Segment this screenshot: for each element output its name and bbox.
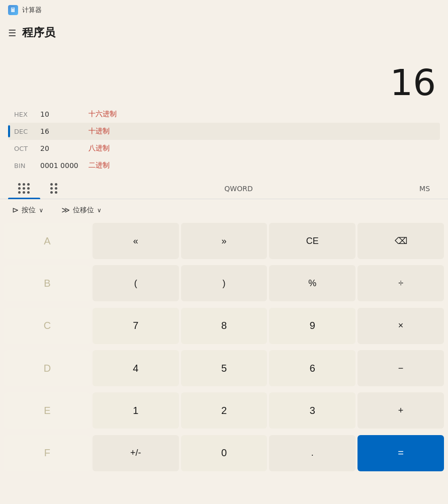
oct-label: OCT — [14, 145, 32, 152]
key-8[interactable]: 8 — [181, 308, 267, 344]
key-B[interactable]: B — [4, 265, 91, 301]
base-display: HEX 10 十六进制 DEC 16 十进制 OCT 20 八进制 BIN 00… — [0, 106, 448, 174]
menu-icon[interactable]: ☰ — [8, 28, 16, 38]
key-shift-left[interactable]: « — [93, 223, 179, 259]
app-icon: 🖩 — [8, 5, 18, 15]
bitwise-icon: ⊳ — [12, 205, 19, 215]
key-add[interactable]: + — [357, 392, 444, 429]
bin-label: BIN — [14, 162, 32, 170]
key-E[interactable]: E — [4, 392, 91, 429]
key-subtract[interactable]: − — [357, 350, 444, 386]
bin-row[interactable]: BIN 0001 0000 二进制 — [8, 157, 440, 174]
bitwise-chevron: ∨ — [39, 207, 43, 214]
key-9[interactable]: 9 — [269, 308, 355, 344]
hex-value: 10 — [40, 110, 80, 118]
keypad-row-4: D 4 5 6 − — [4, 350, 444, 390]
keypad: A « » CE ⌫ B ( ) % ÷ C 7 8 9 × D 4 5 6 −… — [0, 221, 448, 477]
display-area: 16 — [0, 45, 448, 106]
hex-row[interactable]: HEX 10 十六进制 — [8, 106, 440, 123]
key-CE[interactable]: CE — [269, 223, 355, 259]
keypad-row-1: A « » CE ⌫ — [4, 223, 444, 263]
header: ☰ 程序员 — [0, 20, 448, 45]
key-6[interactable]: 6 — [269, 350, 355, 386]
key-dot[interactable]: . — [269, 435, 355, 471]
key-equals[interactable]: = — [357, 435, 444, 471]
shift-icon: ≫ — [61, 205, 70, 215]
keypad-row-3: C 7 8 9 × — [4, 308, 444, 348]
key-D[interactable]: D — [4, 350, 91, 386]
key-3[interactable]: 3 — [269, 392, 355, 429]
tab-ms[interactable]: MS — [409, 180, 440, 198]
oct-value: 20 — [40, 144, 80, 152]
app-title: 程序员 — [22, 25, 55, 40]
bitwise-option[interactable]: ⊳ 按位 ∨ — [8, 203, 47, 217]
shift-chevron: ∨ — [97, 207, 102, 214]
key-divide[interactable]: ÷ — [357, 265, 444, 301]
tab-dots[interactable] — [40, 178, 68, 199]
key-F[interactable]: F — [4, 435, 91, 471]
key-7[interactable]: 7 — [93, 308, 179, 344]
key-2[interactable]: 2 — [181, 392, 267, 429]
shift-option[interactable]: ≫ 位移位 ∨ — [57, 203, 106, 217]
dec-name: 十进制 — [88, 127, 110, 136]
keypad-row-2: B ( ) % ÷ — [4, 265, 444, 305]
key-C[interactable]: C — [4, 308, 91, 344]
bitwise-label: 按位 — [22, 206, 36, 215]
key-1[interactable]: 1 — [93, 392, 179, 429]
dec-value: 16 — [40, 127, 80, 135]
key-negate[interactable]: +/- — [93, 435, 179, 471]
key-0[interactable]: 0 — [181, 435, 267, 471]
tab-qword[interactable]: QWORD — [214, 180, 262, 198]
main-display: 16 — [390, 64, 436, 101]
grid-icon — [18, 183, 30, 194]
tab-row: QWORD MS — [0, 178, 448, 199]
key-close-paren[interactable]: ) — [181, 265, 267, 301]
options-row: ⊳ 按位 ∨ ≫ 位移位 ∨ — [0, 199, 448, 221]
key-shift-right[interactable]: » — [181, 223, 267, 259]
key-percent[interactable]: % — [269, 265, 355, 301]
dec-row[interactable]: DEC 16 十进制 — [8, 123, 440, 140]
shift-label: 位移位 — [73, 206, 94, 215]
key-backspace[interactable]: ⌫ — [357, 223, 444, 259]
key-open-paren[interactable]: ( — [93, 265, 179, 301]
key-4[interactable]: 4 — [93, 350, 179, 386]
dec-label: DEC — [14, 128, 32, 135]
key-A[interactable]: A — [4, 223, 91, 259]
hex-name: 十六进制 — [88, 110, 117, 119]
tab-grid[interactable] — [8, 178, 40, 199]
keypad-row-5: E 1 2 3 + — [4, 392, 444, 433]
keypad-row-6: F +/- 0 . = — [4, 435, 444, 475]
key-multiply[interactable]: × — [357, 308, 444, 344]
backspace-icon: ⌫ — [395, 235, 407, 246]
oct-name: 八进制 — [88, 144, 110, 153]
bin-name: 二进制 — [88, 161, 110, 170]
bin-value: 0001 0000 — [40, 161, 80, 170]
oct-row[interactable]: OCT 20 八进制 — [8, 140, 440, 157]
key-5[interactable]: 5 — [181, 350, 267, 386]
hex-label: HEX — [14, 111, 32, 118]
dots-icon — [50, 183, 58, 194]
title-bar-text: 计算器 — [22, 6, 42, 15]
title-bar: 🖩 计算器 — [0, 0, 448, 20]
